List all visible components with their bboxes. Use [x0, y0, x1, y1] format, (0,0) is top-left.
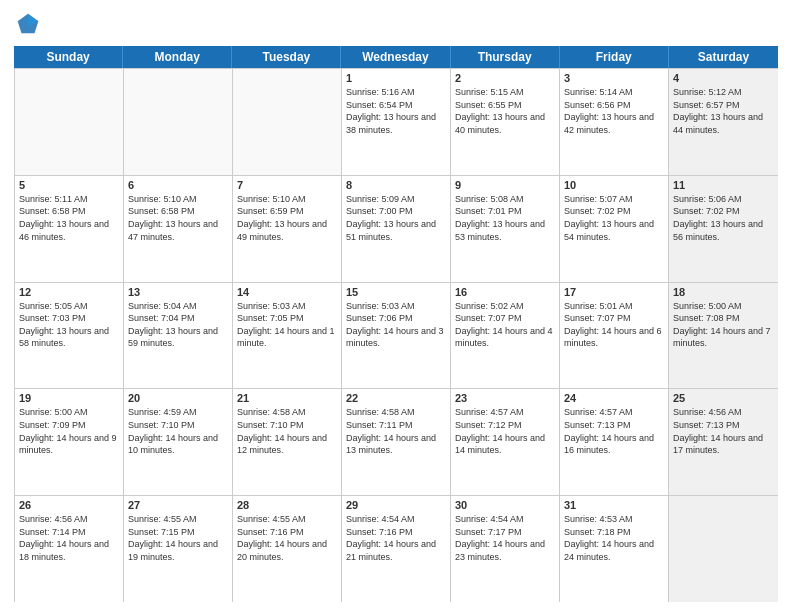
day-number: 23: [455, 392, 555, 404]
cell-info: Sunrise: 5:00 AM Sunset: 7:08 PM Dayligh…: [673, 300, 774, 350]
calendar-week: 12Sunrise: 5:05 AM Sunset: 7:03 PM Dayli…: [15, 283, 778, 390]
cell-info: Sunrise: 4:57 AM Sunset: 7:12 PM Dayligh…: [455, 406, 555, 456]
day-number: 13: [128, 286, 228, 298]
day-number: 24: [564, 392, 664, 404]
day-number: 17: [564, 286, 664, 298]
calendar-cell: [669, 496, 778, 602]
day-number: 15: [346, 286, 446, 298]
cell-info: Sunrise: 5:15 AM Sunset: 6:55 PM Dayligh…: [455, 86, 555, 136]
calendar-cell: [233, 69, 342, 175]
logo-icon: [14, 10, 42, 38]
calendar-header-cell: Thursday: [451, 46, 560, 68]
calendar-week: 5Sunrise: 5:11 AM Sunset: 6:58 PM Daylig…: [15, 176, 778, 283]
day-number: 22: [346, 392, 446, 404]
calendar-cell: 13Sunrise: 5:04 AM Sunset: 7:04 PM Dayli…: [124, 283, 233, 389]
cell-info: Sunrise: 5:01 AM Sunset: 7:07 PM Dayligh…: [564, 300, 664, 350]
calendar-cell: 18Sunrise: 5:00 AM Sunset: 7:08 PM Dayli…: [669, 283, 778, 389]
calendar-cell: 1Sunrise: 5:16 AM Sunset: 6:54 PM Daylig…: [342, 69, 451, 175]
day-number: 18: [673, 286, 774, 298]
calendar-cell: 3Sunrise: 5:14 AM Sunset: 6:56 PM Daylig…: [560, 69, 669, 175]
calendar-cell: 29Sunrise: 4:54 AM Sunset: 7:16 PM Dayli…: [342, 496, 451, 602]
cell-info: Sunrise: 5:08 AM Sunset: 7:01 PM Dayligh…: [455, 193, 555, 243]
header: [14, 10, 778, 38]
cell-info: Sunrise: 4:56 AM Sunset: 7:13 PM Dayligh…: [673, 406, 774, 456]
calendar-cell: 2Sunrise: 5:15 AM Sunset: 6:55 PM Daylig…: [451, 69, 560, 175]
cell-info: Sunrise: 4:58 AM Sunset: 7:10 PM Dayligh…: [237, 406, 337, 456]
calendar-cell: 4Sunrise: 5:12 AM Sunset: 6:57 PM Daylig…: [669, 69, 778, 175]
cell-info: Sunrise: 4:55 AM Sunset: 7:16 PM Dayligh…: [237, 513, 337, 563]
calendar-header-cell: Tuesday: [232, 46, 341, 68]
calendar-cell: 7Sunrise: 5:10 AM Sunset: 6:59 PM Daylig…: [233, 176, 342, 282]
cell-info: Sunrise: 4:53 AM Sunset: 7:18 PM Dayligh…: [564, 513, 664, 563]
calendar-cell: 15Sunrise: 5:03 AM Sunset: 7:06 PM Dayli…: [342, 283, 451, 389]
day-number: 2: [455, 72, 555, 84]
cell-info: Sunrise: 5:03 AM Sunset: 7:06 PM Dayligh…: [346, 300, 446, 350]
cell-info: Sunrise: 4:58 AM Sunset: 7:11 PM Dayligh…: [346, 406, 446, 456]
cell-info: Sunrise: 5:10 AM Sunset: 6:58 PM Dayligh…: [128, 193, 228, 243]
day-number: 7: [237, 179, 337, 191]
calendar-header-row: SundayMondayTuesdayWednesdayThursdayFrid…: [14, 46, 778, 68]
calendar-header-cell: Sunday: [14, 46, 123, 68]
cell-info: Sunrise: 5:09 AM Sunset: 7:00 PM Dayligh…: [346, 193, 446, 243]
day-number: 14: [237, 286, 337, 298]
cell-info: Sunrise: 4:54 AM Sunset: 7:17 PM Dayligh…: [455, 513, 555, 563]
day-number: 10: [564, 179, 664, 191]
day-number: 1: [346, 72, 446, 84]
day-number: 25: [673, 392, 774, 404]
calendar-header-cell: Saturday: [669, 46, 778, 68]
cell-info: Sunrise: 5:10 AM Sunset: 6:59 PM Dayligh…: [237, 193, 337, 243]
day-number: 21: [237, 392, 337, 404]
day-number: 26: [19, 499, 119, 511]
day-number: 3: [564, 72, 664, 84]
calendar-cell: 12Sunrise: 5:05 AM Sunset: 7:03 PM Dayli…: [15, 283, 124, 389]
calendar-cell: 8Sunrise: 5:09 AM Sunset: 7:00 PM Daylig…: [342, 176, 451, 282]
day-number: 6: [128, 179, 228, 191]
cell-info: Sunrise: 5:07 AM Sunset: 7:02 PM Dayligh…: [564, 193, 664, 243]
day-number: 27: [128, 499, 228, 511]
calendar-header-cell: Monday: [123, 46, 232, 68]
calendar-grid: 1Sunrise: 5:16 AM Sunset: 6:54 PM Daylig…: [14, 68, 778, 602]
cell-info: Sunrise: 4:55 AM Sunset: 7:15 PM Dayligh…: [128, 513, 228, 563]
day-number: 8: [346, 179, 446, 191]
calendar-cell: 16Sunrise: 5:02 AM Sunset: 7:07 PM Dayli…: [451, 283, 560, 389]
calendar-cell: 10Sunrise: 5:07 AM Sunset: 7:02 PM Dayli…: [560, 176, 669, 282]
calendar-cell: 25Sunrise: 4:56 AM Sunset: 7:13 PM Dayli…: [669, 389, 778, 495]
day-number: 12: [19, 286, 119, 298]
calendar-cell: [124, 69, 233, 175]
cell-info: Sunrise: 5:03 AM Sunset: 7:05 PM Dayligh…: [237, 300, 337, 350]
calendar-cell: 26Sunrise: 4:56 AM Sunset: 7:14 PM Dayli…: [15, 496, 124, 602]
calendar: SundayMondayTuesdayWednesdayThursdayFrid…: [14, 46, 778, 602]
day-number: 11: [673, 179, 774, 191]
calendar-cell: 28Sunrise: 4:55 AM Sunset: 7:16 PM Dayli…: [233, 496, 342, 602]
logo: [14, 10, 46, 38]
cell-info: Sunrise: 5:12 AM Sunset: 6:57 PM Dayligh…: [673, 86, 774, 136]
day-number: 16: [455, 286, 555, 298]
day-number: 30: [455, 499, 555, 511]
calendar-week: 1Sunrise: 5:16 AM Sunset: 6:54 PM Daylig…: [15, 69, 778, 176]
cell-info: Sunrise: 5:04 AM Sunset: 7:04 PM Dayligh…: [128, 300, 228, 350]
calendar-header-cell: Friday: [560, 46, 669, 68]
day-number: 9: [455, 179, 555, 191]
calendar-cell: 21Sunrise: 4:58 AM Sunset: 7:10 PM Dayli…: [233, 389, 342, 495]
cell-info: Sunrise: 5:05 AM Sunset: 7:03 PM Dayligh…: [19, 300, 119, 350]
cell-info: Sunrise: 4:54 AM Sunset: 7:16 PM Dayligh…: [346, 513, 446, 563]
page: SundayMondayTuesdayWednesdayThursdayFrid…: [0, 0, 792, 612]
day-number: 29: [346, 499, 446, 511]
day-number: 28: [237, 499, 337, 511]
calendar-cell: 24Sunrise: 4:57 AM Sunset: 7:13 PM Dayli…: [560, 389, 669, 495]
calendar-cell: 19Sunrise: 5:00 AM Sunset: 7:09 PM Dayli…: [15, 389, 124, 495]
calendar-cell: 30Sunrise: 4:54 AM Sunset: 7:17 PM Dayli…: [451, 496, 560, 602]
cell-info: Sunrise: 5:16 AM Sunset: 6:54 PM Dayligh…: [346, 86, 446, 136]
calendar-cell: 31Sunrise: 4:53 AM Sunset: 7:18 PM Dayli…: [560, 496, 669, 602]
cell-info: Sunrise: 4:59 AM Sunset: 7:10 PM Dayligh…: [128, 406, 228, 456]
day-number: 4: [673, 72, 774, 84]
calendar-cell: 17Sunrise: 5:01 AM Sunset: 7:07 PM Dayli…: [560, 283, 669, 389]
day-number: 20: [128, 392, 228, 404]
cell-info: Sunrise: 5:02 AM Sunset: 7:07 PM Dayligh…: [455, 300, 555, 350]
calendar-cell: 9Sunrise: 5:08 AM Sunset: 7:01 PM Daylig…: [451, 176, 560, 282]
calendar-cell: [15, 69, 124, 175]
calendar-week: 19Sunrise: 5:00 AM Sunset: 7:09 PM Dayli…: [15, 389, 778, 496]
calendar-header-cell: Wednesday: [341, 46, 450, 68]
cell-info: Sunrise: 5:00 AM Sunset: 7:09 PM Dayligh…: [19, 406, 119, 456]
day-number: 19: [19, 392, 119, 404]
